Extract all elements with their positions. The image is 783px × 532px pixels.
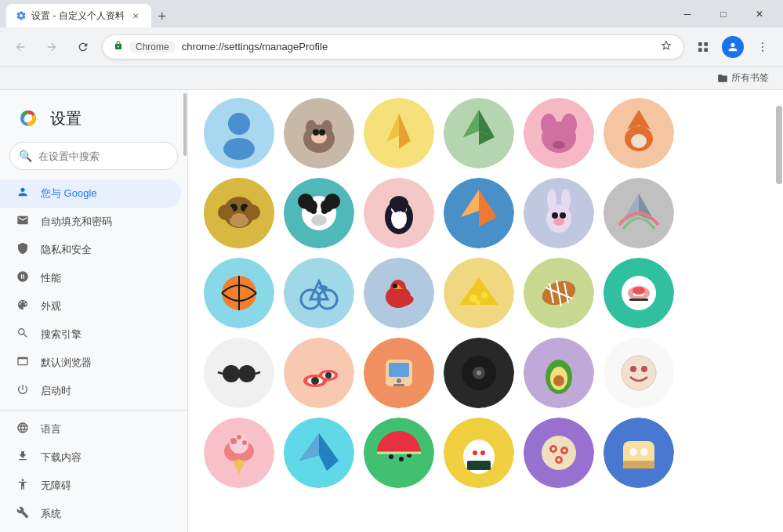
avatar-avocado[interactable] [524, 338, 594, 408]
avatar-rice-ball[interactable] [444, 418, 514, 488]
all-bookmarks[interactable]: 所有书签 [711, 70, 775, 86]
menu-button[interactable] [750, 34, 775, 60]
accessibility-icon [16, 478, 30, 494]
sidebar-item-google[interactable]: 您与 Google [0, 179, 181, 208]
active-tab[interactable]: 设置 - 自定义个人资料 ✕ [6, 4, 151, 27]
sidebar-item-performance[interactable]: 性能 [0, 264, 181, 292]
sidebar-scrollbar[interactable] [183, 90, 187, 532]
avatar-fox-orange[interactable] [604, 98, 674, 168]
sidebar-item-appearance-label: 外观 [41, 299, 61, 313]
svg-point-143 [242, 440, 247, 445]
svg-point-142 [230, 438, 237, 444]
avatar-device-orange[interactable] [364, 338, 434, 408]
svg-point-18 [313, 129, 319, 136]
sidebar-item-startup[interactable]: 启动时 [0, 377, 181, 405]
avatar-monkey[interactable] [204, 178, 274, 248]
profile-button[interactable] [722, 36, 744, 58]
svg-point-128 [477, 371, 481, 375]
avatar-elephant[interactable] [524, 98, 594, 168]
avatar-crane-yellow[interactable] [364, 98, 434, 168]
avatar-cat[interactable] [284, 98, 354, 168]
avatar-rabbit[interactable] [524, 178, 594, 248]
title-bar: 设置 - 自定义个人资料 ✕ + ─ □ ✕ [0, 0, 783, 27]
avatar-toast[interactable] [604, 418, 674, 488]
svg-point-116 [311, 377, 319, 385]
sidebar-item-downloads[interactable]: 下载内容 [0, 443, 181, 472]
palette-icon [16, 299, 30, 314]
svg-point-32 [553, 141, 565, 149]
svg-rect-2 [704, 42, 708, 46]
svg-point-108 [223, 365, 240, 382]
avatar-football[interactable] [524, 258, 594, 328]
title-bar-left: 设置 - 自定义个人资料 ✕ + [6, 0, 173, 27]
avatar-pizza-purple[interactable] [524, 418, 594, 488]
autofill-icon [16, 214, 30, 230]
svg-point-67 [547, 189, 556, 211]
back-button[interactable] [8, 34, 33, 60]
avatar-smile-face[interactable] [604, 338, 674, 408]
avatar-bird-red[interactable] [364, 258, 434, 328]
main-content: 设置 🔍 您与 Google 自动填充和密码 隐私和安全 [0, 90, 783, 532]
avatar-sushi-plate[interactable] [604, 258, 674, 328]
refresh-button[interactable] [71, 34, 96, 60]
startup-icon [16, 383, 30, 399]
settings-page-title: 设置 [50, 108, 82, 129]
avatar-penguin[interactable] [364, 178, 434, 248]
tab-label: 设置 - 自定义个人资料 [31, 9, 125, 23]
sidebar-item-autofill-label: 自动填充和密码 [41, 215, 112, 229]
forward-button[interactable] [39, 34, 64, 60]
avatar-crane-blue[interactable] [444, 178, 514, 248]
avatar-bicycle[interactable] [284, 258, 354, 328]
avatar-person[interactable] [204, 98, 274, 168]
content-scrollbar[interactable] [775, 90, 783, 532]
avatar-crane-green[interactable] [444, 98, 514, 168]
minimize-button[interactable]: ─ [670, 4, 705, 24]
svg-rect-122 [389, 363, 409, 377]
svg-rect-124 [393, 384, 404, 386]
sidebar-item-system-label: 系统 [41, 507, 61, 521]
avatar-basketball[interactable] [204, 258, 274, 328]
sidebar-item-privacy[interactable]: 隐私和安全 [0, 236, 181, 264]
avatar-sushi-roll[interactable] [284, 338, 354, 408]
performance-icon [16, 270, 30, 286]
new-tab-button[interactable]: + [151, 5, 173, 27]
maximize-button[interactable]: □ [706, 4, 741, 24]
svg-point-161 [542, 436, 576, 470]
sidebar-item-autofill[interactable]: 自动填充和密码 [0, 208, 181, 236]
sidebar-item-downloads-label: 下载内容 [41, 451, 82, 465]
svg-point-78 [284, 258, 354, 328]
svg-point-60 [390, 196, 408, 212]
sidebar: 设置 🔍 您与 Google 自动填充和密码 隐私和安全 [0, 90, 188, 532]
reading-mode-button[interactable] [691, 34, 716, 60]
sidebar-item-appearance[interactable]: 外观 [0, 292, 181, 320]
svg-point-36 [631, 134, 647, 148]
avatar-sunglasses[interactable] [204, 338, 274, 408]
svg-point-136 [641, 366, 647, 372]
avatar-origami-rainbow[interactable] [604, 178, 674, 248]
bookmark-star-icon[interactable] [660, 39, 672, 55]
chrome-logo-icon [16, 106, 41, 131]
avatar-ice-cream[interactable] [204, 418, 274, 488]
language-icon [16, 422, 30, 437]
avatar-cheese[interactable] [444, 258, 514, 328]
content-scrollbar-thumb [776, 106, 782, 184]
avatar-vinyl[interactable] [444, 338, 514, 408]
settings-search-input[interactable] [9, 142, 178, 170]
sidebar-item-language[interactable]: 语言 [0, 415, 181, 443]
svg-point-42 [218, 204, 234, 220]
sidebar-item-accessibility[interactable]: 无障碍 [0, 472, 181, 500]
avatar-grid [204, 98, 767, 488]
sidebar-item-default-browser[interactable]: 默认浏览器 [0, 349, 181, 377]
close-button[interactable]: ✕ [742, 4, 777, 24]
sidebar-item-system[interactable]: 系统 [0, 500, 181, 528]
sidebar-item-search-engine[interactable]: 搜索引擎 [0, 320, 181, 349]
svg-point-43 [245, 204, 260, 220]
avatar-origami-blue[interactable] [284, 418, 354, 488]
address-bar: Chrome chrome://settings/manageProfile [0, 27, 783, 67]
svg-rect-0 [698, 42, 702, 46]
url-bar[interactable]: Chrome chrome://settings/manageProfile [102, 34, 684, 60]
avatar-watermelon[interactable] [364, 418, 434, 488]
tab-close-button[interactable]: ✕ [129, 9, 142, 22]
avatar-panda[interactable] [284, 178, 354, 248]
all-bookmarks-label: 所有书签 [731, 71, 769, 85]
